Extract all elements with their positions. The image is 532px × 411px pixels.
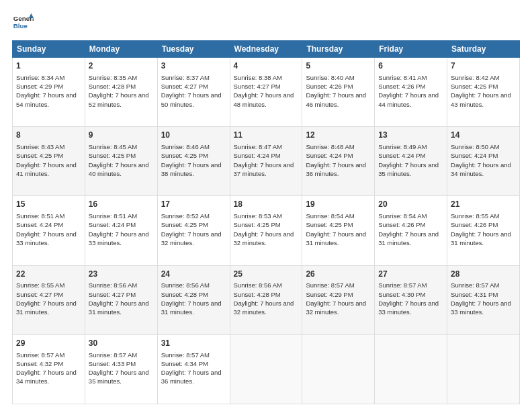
calendar-cell: 26Sunrise: 8:57 AMSunset: 4:29 PMDayligh… xyxy=(302,265,375,334)
day-number: 13 xyxy=(378,130,443,141)
calendar-cell: 1Sunrise: 8:34 AMSunset: 4:29 PMDaylight… xyxy=(13,58,85,127)
calendar-body: 1Sunrise: 8:34 AMSunset: 4:29 PMDaylight… xyxy=(13,58,520,404)
day-number: 16 xyxy=(89,199,154,210)
calendar-cell: 18Sunrise: 8:53 AMSunset: 4:25 PMDayligh… xyxy=(230,196,302,265)
calendar-cell: 13Sunrise: 8:49 AMSunset: 4:24 PMDayligh… xyxy=(375,127,447,196)
calendar-cell: 16Sunrise: 8:51 AMSunset: 4:24 PMDayligh… xyxy=(85,196,157,265)
day-number: 7 xyxy=(451,60,516,72)
day-header: Monday xyxy=(85,41,157,58)
calendar-week-row: 22Sunrise: 8:55 AMSunset: 4:27 PMDayligh… xyxy=(13,265,520,334)
calendar-cell: 10Sunrise: 8:46 AMSunset: 4:25 PMDayligh… xyxy=(157,127,230,196)
day-header: Tuesday xyxy=(157,41,230,58)
day-number: 2 xyxy=(89,60,154,72)
day-number: 1 xyxy=(16,60,81,72)
calendar-cell: 20Sunrise: 8:54 AMSunset: 4:26 PMDayligh… xyxy=(375,196,447,265)
calendar-cell: 5Sunrise: 8:40 AMSunset: 4:26 PMDaylight… xyxy=(302,58,375,127)
calendar-cell: 23Sunrise: 8:56 AMSunset: 4:27 PMDayligh… xyxy=(85,265,157,334)
calendar-week-row: 15Sunrise: 8:51 AMSunset: 4:24 PMDayligh… xyxy=(13,196,520,265)
calendar-cell xyxy=(302,334,375,404)
calendar-cell: 27Sunrise: 8:57 AMSunset: 4:30 PMDayligh… xyxy=(375,265,447,334)
calendar-week-row: 1Sunrise: 8:34 AMSunset: 4:29 PMDaylight… xyxy=(13,58,520,127)
calendar-week-row: 29Sunrise: 8:57 AMSunset: 4:32 PMDayligh… xyxy=(13,334,520,404)
calendar-cell: 7Sunrise: 8:42 AMSunset: 4:25 PMDaylight… xyxy=(447,58,520,127)
day-number: 11 xyxy=(234,130,299,141)
calendar-cell xyxy=(447,334,520,404)
calendar-cell: 28Sunrise: 8:57 AMSunset: 4:31 PMDayligh… xyxy=(447,265,520,334)
calendar-cell: 12Sunrise: 8:48 AMSunset: 4:24 PMDayligh… xyxy=(302,127,375,196)
page: General Blue SundayMondayTuesdayWednesda… xyxy=(0,0,532,411)
day-number: 6 xyxy=(378,60,443,72)
calendar-cell: 6Sunrise: 8:41 AMSunset: 4:26 PMDaylight… xyxy=(375,58,447,127)
header: General Blue xyxy=(12,12,520,34)
calendar-cell xyxy=(375,334,447,404)
calendar-cell: 3Sunrise: 8:37 AMSunset: 4:27 PMDaylight… xyxy=(157,58,230,127)
day-number: 27 xyxy=(378,269,443,280)
logo: General Blue xyxy=(12,12,34,34)
calendar-cell: 9Sunrise: 8:45 AMSunset: 4:25 PMDaylight… xyxy=(85,127,157,196)
calendar-cell: 8Sunrise: 8:43 AMSunset: 4:25 PMDaylight… xyxy=(13,127,85,196)
calendar-cell: 14Sunrise: 8:50 AMSunset: 4:24 PMDayligh… xyxy=(447,127,520,196)
calendar-cell: 22Sunrise: 8:55 AMSunset: 4:27 PMDayligh… xyxy=(13,265,85,334)
calendar-cell: 29Sunrise: 8:57 AMSunset: 4:32 PMDayligh… xyxy=(13,334,85,404)
day-header: Sunday xyxy=(13,41,85,58)
calendar-header-row: SundayMondayTuesdayWednesdayThursdayFrid… xyxy=(13,41,520,58)
day-number: 10 xyxy=(161,130,226,141)
day-header: Friday xyxy=(375,41,447,58)
day-number: 28 xyxy=(451,269,516,280)
day-number: 26 xyxy=(306,269,371,280)
calendar-cell: 31Sunrise: 8:57 AMSunset: 4:34 PMDayligh… xyxy=(157,334,230,404)
day-number: 3 xyxy=(161,60,226,72)
day-number: 18 xyxy=(234,199,299,210)
day-number: 14 xyxy=(451,130,516,141)
day-header: Saturday xyxy=(447,41,520,58)
calendar-table: SundayMondayTuesdayWednesdayThursdayFrid… xyxy=(12,40,520,404)
day-header: Wednesday xyxy=(230,41,302,58)
day-number: 31 xyxy=(161,338,226,349)
day-number: 25 xyxy=(234,269,299,280)
day-number: 22 xyxy=(16,269,81,280)
day-number: 24 xyxy=(161,269,226,280)
day-number: 30 xyxy=(89,338,154,349)
day-number: 21 xyxy=(451,199,516,210)
logo-icon: General Blue xyxy=(12,12,34,34)
calendar-cell: 17Sunrise: 8:52 AMSunset: 4:25 PMDayligh… xyxy=(157,196,230,265)
day-number: 4 xyxy=(234,60,299,72)
day-number: 19 xyxy=(306,199,371,210)
day-number: 29 xyxy=(16,338,81,349)
day-number: 15 xyxy=(16,199,81,210)
calendar-cell: 2Sunrise: 8:35 AMSunset: 4:28 PMDaylight… xyxy=(85,58,157,127)
day-number: 17 xyxy=(161,199,226,210)
calendar-cell: 24Sunrise: 8:56 AMSunset: 4:28 PMDayligh… xyxy=(157,265,230,334)
calendar-cell xyxy=(230,334,302,404)
calendar-cell: 21Sunrise: 8:55 AMSunset: 4:26 PMDayligh… xyxy=(447,196,520,265)
calendar-cell: 30Sunrise: 8:57 AMSunset: 4:33 PMDayligh… xyxy=(85,334,157,404)
calendar-cell: 15Sunrise: 8:51 AMSunset: 4:24 PMDayligh… xyxy=(13,196,85,265)
day-number: 8 xyxy=(16,130,81,141)
day-number: 12 xyxy=(306,130,371,141)
day-number: 23 xyxy=(89,269,154,280)
day-header: Thursday xyxy=(302,41,375,58)
calendar-cell: 11Sunrise: 8:47 AMSunset: 4:24 PMDayligh… xyxy=(230,127,302,196)
calendar-cell: 4Sunrise: 8:38 AMSunset: 4:27 PMDaylight… xyxy=(230,58,302,127)
calendar-week-row: 8Sunrise: 8:43 AMSunset: 4:25 PMDaylight… xyxy=(13,127,520,196)
day-number: 9 xyxy=(89,130,154,141)
svg-text:Blue: Blue xyxy=(13,22,28,30)
calendar-cell: 25Sunrise: 8:56 AMSunset: 4:28 PMDayligh… xyxy=(230,265,302,334)
calendar-cell: 19Sunrise: 8:54 AMSunset: 4:25 PMDayligh… xyxy=(302,196,375,265)
day-number: 5 xyxy=(306,60,371,72)
day-number: 20 xyxy=(378,199,443,210)
